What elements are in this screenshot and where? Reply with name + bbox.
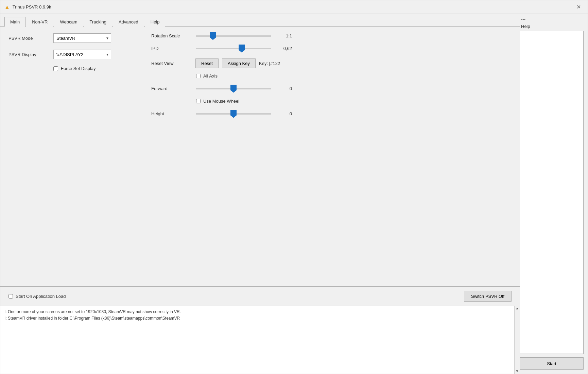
tab-content: PSVR Mode SteamVR VR Normal ▼ PSVR D [0, 27, 520, 286]
height-slider[interactable] [196, 113, 271, 115]
start-on-load-checkbox[interactable] [8, 294, 13, 299]
forward-value: 0 [275, 86, 292, 91]
scroll-up-arrow[interactable]: ▲ [516, 306, 519, 310]
psvr-mode-select[interactable]: SteamVR VR Normal [53, 33, 111, 43]
left-controls: PSVR Mode SteamVR VR Normal ▼ PSVR D [8, 33, 138, 279]
close-button[interactable]: ✕ [574, 2, 584, 12]
main-area: Main Non-VR Webcam Tracking Advanced Hel… [0, 14, 588, 374]
tab-main[interactable]: Main [4, 17, 25, 27]
bottom-section: Start On Application Load Switch PSVR Of… [0, 286, 520, 374]
force-set-display-checkbox[interactable] [53, 66, 58, 71]
switch-psvr-off-button[interactable]: Switch PSVR Off [464, 291, 512, 302]
height-value: 0 [275, 111, 292, 116]
log-line-1: I: One or more of your screens are not s… [4, 309, 512, 315]
ipd-slider[interactable] [196, 48, 271, 49]
force-set-display-label: Force Set Display [61, 66, 96, 71]
forward-row: Forward 0 [151, 86, 512, 91]
log-area: I: One or more of your screens are not s… [0, 306, 520, 374]
log-scrollbar: ▲ ▼ [514, 306, 520, 374]
height-row: Height 0 [151, 111, 512, 116]
ipd-value: 0,62 [275, 46, 292, 51]
forward-label: Forward [151, 86, 192, 91]
rotation-scale-label: Rotation Scale [151, 33, 192, 38]
all-axis-label: All Axis [203, 73, 218, 79]
reset-view-row: Reset View Reset Assign Key Key: [#122 [151, 58, 512, 68]
forward-slider[interactable] [196, 88, 271, 89]
start-on-load-row: Start On Application Load [8, 294, 66, 299]
right-controls: Rotation Scale 1:1 IPD 0,62 Reset View R… [151, 33, 512, 279]
start-button[interactable]: Start [520, 357, 584, 370]
all-axis-checkbox[interactable] [196, 74, 201, 78]
tab-bar: Main Non-VR Webcam Tracking Advanced Hel… [0, 14, 520, 27]
psvr-mode-label: PSVR Mode [8, 36, 49, 41]
reset-button[interactable]: Reset [195, 58, 219, 68]
help-panel-label: Help [520, 24, 584, 29]
use-mouse-wheel-checkbox[interactable] [196, 99, 201, 103]
help-text-area [520, 31, 584, 354]
tab-tracking[interactable]: Tracking [84, 17, 112, 27]
tab-help[interactable]: Help [145, 17, 166, 27]
key-display: Key: [#122 [259, 61, 280, 66]
psvr-mode-row: PSVR Mode SteamVR VR Normal ▼ [8, 33, 138, 43]
log-line-2: I: SteamVR driver installed in folder C:… [4, 315, 512, 322]
ipd-label: IPD [151, 46, 192, 51]
start-on-load-label: Start On Application Load [16, 294, 66, 299]
scroll-down-arrow[interactable]: ▼ [516, 369, 519, 373]
app-icon: ▲ [4, 4, 10, 10]
ipd-row: IPD 0,62 [151, 46, 512, 51]
rotation-scale-row: Rotation Scale 1:1 [151, 33, 512, 38]
psvr-display-label: PSVR Display [8, 52, 49, 57]
window-title: Trinus PSVR 0.9.9k [13, 4, 51, 10]
psvr-display-row: PSVR Display \\.\\DISPLAY2 \\.\\DISPLAY1… [8, 50, 138, 59]
left-panel: Main Non-VR Webcam Tracking Advanced Hel… [0, 14, 520, 374]
psvr-mode-dropdown-wrapper: SteamVR VR Normal ▼ [53, 33, 111, 43]
tab-advanced[interactable]: Advanced [113, 17, 144, 27]
help-panel: --- Help Start [520, 14, 588, 374]
psvr-display-dropdown-wrapper: \\.\\DISPLAY2 \\.\\DISPLAY1 ▼ [53, 50, 111, 59]
rotation-scale-value: 1:1 [275, 33, 292, 38]
log-container: I: One or more of your screens are not s… [0, 306, 520, 374]
title-bar: ▲ Trinus PSVR 0.9.9k ✕ [0, 0, 588, 14]
help-dots: --- [520, 17, 584, 22]
all-axis-row: All Axis [196, 73, 512, 79]
use-mouse-wheel-label: Use Mouse Wheel [203, 99, 239, 104]
rotation-scale-slider[interactable] [196, 35, 271, 37]
use-mouse-wheel-row: Use Mouse Wheel [196, 99, 512, 104]
height-label: Height [151, 111, 192, 116]
bottom-controls: Start On Application Load Switch PSVR Of… [0, 287, 520, 306]
force-set-display-row: Force Set Display [53, 66, 138, 71]
reset-view-label: Reset View [151, 61, 192, 66]
assign-key-button[interactable]: Assign Key [222, 58, 256, 68]
main-window: ▲ Trinus PSVR 0.9.9k ✕ Main Non-VR Webca… [0, 0, 588, 374]
psvr-display-select[interactable]: \\.\\DISPLAY2 \\.\\DISPLAY1 [53, 50, 111, 59]
tab-non-vr[interactable]: Non-VR [26, 17, 53, 27]
title-bar-left: ▲ Trinus PSVR 0.9.9k [4, 4, 51, 10]
tab-webcam[interactable]: Webcam [54, 17, 83, 27]
